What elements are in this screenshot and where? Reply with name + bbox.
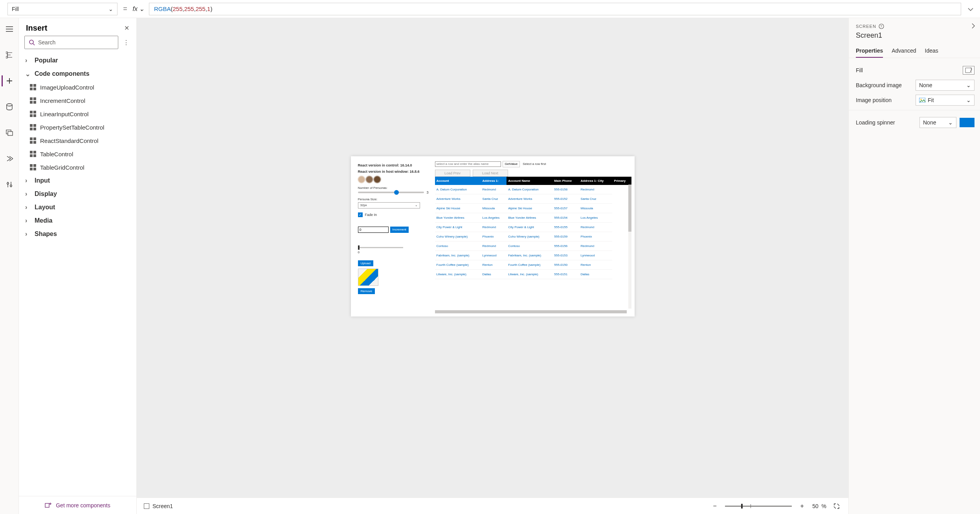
svg-rect-0 xyxy=(6,52,7,53)
increment-button[interactable]: Increment xyxy=(390,227,409,233)
fullscreen-icon[interactable] xyxy=(832,501,841,511)
component-item[interactable]: TableGridControl xyxy=(21,161,134,174)
tab-ideas[interactable]: Ideas xyxy=(925,48,938,58)
column-header[interactable]: Main Phone xyxy=(552,177,579,185)
help-icon[interactable]: ? xyxy=(879,24,884,29)
zoom-in-button[interactable]: + xyxy=(797,501,807,511)
group-media[interactable]: ›Media xyxy=(21,214,134,227)
tab-advanced[interactable]: Advanced xyxy=(892,48,916,58)
table-row[interactable]: A. Datum CorporationRedmondA. Datum Corp… xyxy=(435,185,631,194)
remove-button[interactable]: Remove xyxy=(358,288,375,294)
component-item[interactable]: IncrementControl xyxy=(21,94,134,107)
table-cell: 555-0152 xyxy=(552,194,579,203)
component-item[interactable]: TableControl xyxy=(21,147,134,161)
tree-view-icon[interactable] xyxy=(2,47,17,63)
table-row[interactable]: City Power & LightRedmondCity Power & Li… xyxy=(435,222,631,232)
table-cell: Blue Yonder Airlines xyxy=(507,213,552,222)
group-popular[interactable]: › Popular xyxy=(21,54,134,67)
table-row[interactable]: Adventure WorksSanta CruzAdventure Works… xyxy=(435,194,631,203)
table-cell: Missoula xyxy=(579,203,613,213)
table-cell: Litware, Inc. (sample) xyxy=(435,269,481,279)
table-row[interactable]: Alpine Ski HouseMissoulaAlpine Ski House… xyxy=(435,203,631,213)
column-header[interactable]: Account xyxy=(435,177,481,185)
horizontal-scrollbar[interactable] xyxy=(435,310,627,313)
persona-size-select[interactable]: 32px⌄ xyxy=(358,202,420,209)
prop-imgpos-label: Image position xyxy=(856,97,892,103)
table-row[interactable]: Fabrikam, Inc. (sample)LynnwoodFabrikam,… xyxy=(435,251,631,260)
load-prev-button[interactable]: Load Prev xyxy=(435,170,470,177)
table-row[interactable]: ContosoRedmondContoso555-0156Redmond xyxy=(435,241,631,251)
search-input[interactable]: Search xyxy=(24,36,118,49)
table-cell: Santa Cruz xyxy=(481,194,507,203)
chevron-right-icon[interactable] xyxy=(971,23,975,29)
table-cell: 555-0159 xyxy=(552,232,579,241)
component-icon xyxy=(30,84,36,90)
component-item[interactable]: LinearInputControl xyxy=(21,107,134,121)
group-code-components[interactable]: ⌄ Code components xyxy=(21,67,134,80)
table-row[interactable]: Litware, Inc. (sample)DallasLitware, Inc… xyxy=(435,269,631,279)
media-icon[interactable] xyxy=(2,125,17,141)
get-components-button[interactable]: Get more components xyxy=(19,496,136,514)
data-grid[interactable]: AccountAddress 1:Account NameMain PhoneA… xyxy=(435,177,631,279)
component-item[interactable]: ImageUploadControl xyxy=(21,80,134,94)
formula-input[interactable]: RGBA(255, 255, 255, 1) xyxy=(149,3,961,15)
insert-icon[interactable] xyxy=(2,73,17,89)
chevron-down-icon: ⌄ xyxy=(25,70,31,78)
column-header[interactable]: Address 1: City xyxy=(579,177,613,185)
table-row[interactable]: Coho Winery (sample)PhoenixCoho Winery (… xyxy=(435,232,631,241)
screen-selector[interactable]: Screen1 ⌄ xyxy=(144,503,173,509)
component-icon xyxy=(30,97,36,104)
component-item[interactable]: PropertySetTableControl xyxy=(21,121,134,134)
table-cell: Redmond xyxy=(579,222,613,232)
component-icon xyxy=(30,164,36,170)
group-layout[interactable]: ›Layout xyxy=(21,201,134,214)
property-selector[interactable]: Fill ⌄ xyxy=(7,3,117,15)
fx-label[interactable]: fx ⌄ xyxy=(133,5,144,13)
component-label: TableGridControl xyxy=(40,164,84,171)
expand-formula-button[interactable] xyxy=(965,4,976,15)
getvalue-button[interactable]: GetValue xyxy=(503,161,520,167)
persona-size-label: Persona Size: xyxy=(358,198,429,201)
tab-properties[interactable]: Properties xyxy=(856,48,883,58)
column-header[interactable]: Address 1: xyxy=(481,177,507,185)
close-icon[interactable]: ✕ xyxy=(124,24,129,32)
component-item[interactable]: ReactStandardControl xyxy=(21,134,134,147)
table-cell: 555-0151 xyxy=(552,269,579,279)
bgimage-select[interactable]: None⌄ xyxy=(916,80,974,91)
personas-value: 3 xyxy=(426,190,428,194)
zoom-out-button[interactable]: − xyxy=(710,501,719,511)
insert-pane: Insert ✕ Search ⋮ › Popular ⌄ Code compo… xyxy=(19,18,137,514)
fn-name: RGBA xyxy=(154,5,171,12)
imgpos-select[interactable]: Fit ⌄ xyxy=(916,95,974,106)
personas-slider[interactable]: 3 xyxy=(358,190,429,194)
prop-bgimage-label: Background image xyxy=(856,82,902,88)
table-row[interactable]: Fourth Coffee (sample)RentonFourth Coffe… xyxy=(435,260,631,269)
table-row[interactable]: Blue Yonder AirlinesLos AngelesBlue Yond… xyxy=(435,213,631,222)
component-label: ReactStandardControl xyxy=(40,137,98,144)
tools-icon[interactable] xyxy=(2,177,17,192)
table-cell: Redmond xyxy=(481,241,507,251)
data-icon[interactable] xyxy=(2,99,17,115)
vertical-scrollbar[interactable] xyxy=(628,185,631,309)
more-icon[interactable]: ⋮ xyxy=(121,37,131,48)
hamburger-icon[interactable] xyxy=(2,21,17,37)
spinner-select[interactable]: None⌄ xyxy=(919,117,956,128)
group-display[interactable]: ›Display xyxy=(21,187,134,201)
app-canvas[interactable]: React version in control: 16.14.0 React … xyxy=(351,156,635,316)
fill-swatch[interactable] xyxy=(963,66,974,75)
spinner-color-swatch[interactable] xyxy=(960,118,974,127)
group-input[interactable]: ›Input xyxy=(21,174,134,187)
linear-slider[interactable] xyxy=(358,247,403,248)
column-header[interactable]: Account Name xyxy=(507,177,552,185)
power-automate-icon[interactable] xyxy=(2,151,17,166)
alias-input[interactable] xyxy=(435,161,501,167)
load-next-button[interactable]: Load Next xyxy=(473,170,508,177)
column-header[interactable]: Primary xyxy=(612,177,631,185)
fx-text: fx xyxy=(133,5,138,13)
increment-input[interactable] xyxy=(358,227,389,233)
svg-rect-1 xyxy=(6,57,7,58)
fade-in-checkbox[interactable]: ✓Fade In xyxy=(358,212,429,217)
group-shapes[interactable]: ›Shapes xyxy=(21,227,134,241)
upload-button[interactable]: Upload xyxy=(358,260,373,266)
zoom-slider[interactable] xyxy=(725,506,792,507)
